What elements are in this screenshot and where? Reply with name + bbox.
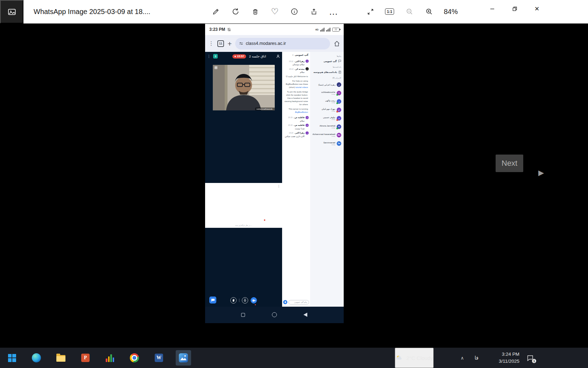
chat-bubble-icon (338, 60, 341, 63)
phone-status-bar: 3:23 PM 4G 77 (205, 24, 344, 35)
gallery-icon[interactable] (0, 0, 23, 23)
participant-role: بیننده (323, 144, 335, 145)
tray-time: 3:24 PM (487, 351, 519, 358)
participant-name: Saminsanati (323, 141, 335, 144)
start-button[interactable] (4, 350, 20, 366)
android-nav-bar (205, 307, 344, 323)
language-indicator[interactable]: فا (475, 348, 478, 368)
close-icon: ✕ (534, 5, 539, 13)
home-nav-icon (272, 312, 277, 317)
taskbar-photos-icon-active[interactable] (176, 350, 191, 366)
close-button[interactable]: ✕ (529, 2, 545, 15)
taskbar-powerpoint-icon[interactable]: P (78, 350, 93, 366)
actual-size-icon[interactable]: 1:1 (383, 5, 397, 19)
participant-avatar: ز (337, 99, 341, 104)
chat-message: ز زهرا اکبر.. 15:12 سلام دوستان (284, 60, 309, 66)
notification-count-badge: 1 (532, 359, 536, 363)
image-gallery-icon (7, 7, 16, 16)
webcam-layout-icon (215, 66, 217, 69)
taskbar-chart-app-icon[interactable] (102, 350, 118, 366)
avatar-initial: ز (338, 83, 340, 86)
back-nav-icon (303, 313, 307, 317)
sender-name: زهرا اکبر.. (294, 60, 304, 62)
avatar: ف (306, 116, 309, 119)
participant-name: زهره اعرابی (شما) (318, 83, 335, 86)
tray-expand-button[interactable]: ∧ (461, 348, 464, 368)
presentation-area: ⋮ در حال بارگذاری سند ... (205, 183, 282, 228)
users-section-header: کاربران (8) (313, 77, 341, 79)
sender-name: فاطمه ص.. (294, 116, 304, 118)
taskbar-edge-icon[interactable] (29, 350, 44, 366)
favorite-icon[interactable]: ♡ (268, 5, 282, 19)
window-title: WhatsApp Image 2025-03-09 at 18.... (34, 0, 150, 23)
image-viewer-canvas: 3:23 PM 4G 77 ⋮ 11 + (0, 23, 588, 348)
meeting-sidebar: پیام‌ها گپ عمومی یادداشت‌ها یادداشت‌های … (310, 52, 344, 307)
signal-bars-icon (320, 28, 324, 32)
chat-messages: ز زهرا اکبر.. 15:12 سلام دوستان م محدثه … (282, 58, 310, 140)
participant-avatar: Sa (337, 141, 341, 146)
taskbar-word-icon[interactable]: W (151, 350, 167, 366)
message-text: سلام (284, 71, 304, 73)
restore-button[interactable] (507, 2, 522, 15)
participant-role: بیننده (320, 127, 335, 129)
chat-message: م محدثه کر.. 15:13 سلام (284, 67, 309, 73)
taskbar-clock[interactable]: 3:24 PM 3/11/2025 (487, 351, 519, 365)
chat-message: ز زهرا اکبر.. 15:20 الان دارن نصب میکنن (284, 131, 309, 137)
url-text: class4.modares.ac.ir (246, 41, 286, 46)
status-badge (336, 111, 338, 113)
avatar-initial: o (338, 92, 340, 94)
participant-row: ز زهره اعرابی (شما) (313, 80, 341, 89)
message-time: 15:13 (289, 68, 294, 70)
avatar-initial: ف (306, 117, 308, 118)
participant-row: o ochbeabcuzrleبیننده (313, 89, 341, 97)
zoom-in-icon[interactable] (422, 5, 436, 19)
delete-icon[interactable] (248, 5, 262, 19)
share-icon[interactable] (307, 5, 321, 19)
shared-notes-label: یادداشت‌های هم‌نوشته (314, 71, 337, 73)
viewed-photo[interactable]: 3:23 PM 4G 77 ⋮ 11 + (205, 24, 344, 323)
site-settings-icon (239, 41, 243, 46)
next-image-button[interactable]: ▶ (535, 166, 547, 179)
participant-row: Al Alireza Jamshidiبیننده (313, 122, 341, 131)
avatar-initial: Mo (338, 134, 341, 136)
minimize-button[interactable] (484, 2, 500, 15)
avatar: ز (306, 131, 309, 135)
video-area: ⋮ 15:57 اتاق جلسه 2 (205, 52, 282, 183)
participant-role: بیننده (313, 135, 335, 137)
weather-widget[interactable]: 2°C Cloudy (395, 348, 434, 368)
chat-title: گپ عمومی (295, 54, 308, 56)
rotate-icon[interactable] (229, 5, 243, 19)
status-badge (336, 94, 338, 96)
sender-name: محدثه کر.. (294, 68, 304, 70)
chevron-up-icon: ∧ (461, 355, 464, 361)
more-options-icon[interactable]: … (327, 5, 341, 19)
avatar-initial: ز (307, 132, 307, 134)
server-text: This server is running (289, 108, 308, 110)
notification-center-button[interactable]: 1 (526, 348, 534, 368)
camera-button (251, 297, 257, 304)
folder-icon (56, 355, 65, 362)
participant-name: ochbeabcuzrle (321, 91, 335, 93)
status-badge (336, 102, 338, 104)
participant-avatar: Al (337, 124, 341, 129)
fullscreen-icon[interactable] (363, 5, 377, 19)
sender-name: زهرا اکبر.. (294, 132, 304, 134)
recording-dot (234, 56, 236, 57)
avatar: ز (306, 60, 309, 63)
next-tooltip: Next (496, 155, 523, 172)
recording-badge: 15:57 (232, 54, 246, 59)
photos-logo-icon (179, 353, 188, 362)
taskbar-file-explorer-icon[interactable] (53, 350, 69, 366)
webcam-tile: mohammadhasanab.. (213, 65, 275, 110)
taskbar-chrome-icon[interactable] (127, 350, 142, 366)
tray-date: 3/11/2025 (487, 358, 519, 365)
chat-message: ف فاطمه ص.. 15:19 سلام (284, 116, 309, 122)
send-triangle (284, 301, 286, 303)
ellipsis-icon: … (329, 7, 338, 16)
info-icon[interactable] (287, 5, 301, 19)
meeting-bottom-area (205, 228, 282, 307)
zoom-out-icon[interactable] (402, 5, 416, 19)
word-logo-icon: W (155, 354, 163, 362)
edit-icon[interactable] (209, 5, 223, 19)
chat-header: گپ عمومی ‹ (282, 52, 310, 58)
